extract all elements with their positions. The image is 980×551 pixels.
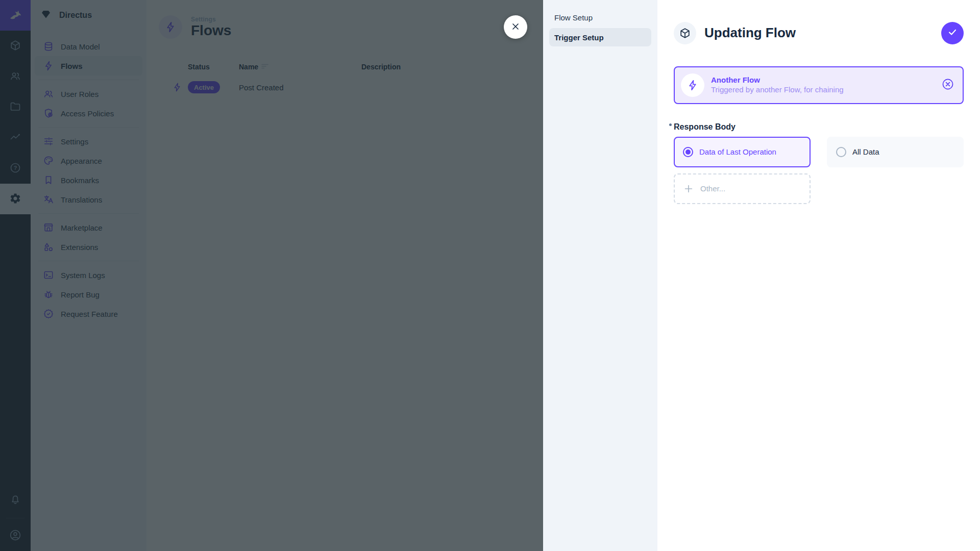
- drawer-nav-trigger-setup[interactable]: Trigger Setup: [549, 28, 651, 46]
- drawer-content: Updating Flow Another Flow: [657, 0, 980, 551]
- trigger-card-subtitle: Triggered by another Flow, for chaining: [711, 85, 935, 95]
- check-icon: [947, 27, 958, 39]
- drawer-header: Updating Flow: [674, 16, 964, 50]
- selected-trigger-card[interactable]: Another Flow Triggered by another Flow, …: [674, 66, 964, 104]
- drawer-nav: Flow Setup Trigger Setup: [543, 0, 657, 551]
- drawer-title: Updating Flow: [704, 25, 933, 41]
- choice-all-data[interactable]: All Data: [827, 137, 964, 167]
- choice-other[interactable]: Other...: [674, 173, 811, 204]
- bolt-icon: [681, 73, 704, 97]
- drawer-overlay[interactable]: [0, 0, 543, 551]
- trigger-setup-drawer: Flow Setup Trigger Setup Updating Flow: [543, 0, 980, 551]
- trigger-card-text: Another Flow Triggered by another Flow, …: [711, 76, 935, 95]
- other-label: Other...: [700, 184, 725, 193]
- confirm-button[interactable]: [941, 22, 964, 44]
- response-body-field: Response Body Data of Last Operation All…: [674, 122, 964, 204]
- box-icon: [674, 22, 696, 44]
- response-body-choices: Data of Last Operation All Data Other...: [674, 137, 964, 204]
- required-marker: [669, 123, 672, 126]
- clear-trigger-button[interactable]: [941, 78, 954, 92]
- cancel-circle-icon: [941, 78, 954, 92]
- app-window: ?: [0, 0, 980, 551]
- plus-icon: [683, 183, 694, 194]
- close-icon: [510, 21, 521, 33]
- trigger-card-title: Another Flow: [711, 76, 935, 85]
- field-label: Response Body: [674, 122, 736, 132]
- radio-checked-icon: [683, 147, 693, 157]
- drawer-nav-flow-setup[interactable]: Flow Setup: [549, 8, 651, 27]
- close-drawer-button[interactable]: [504, 15, 527, 39]
- choice-data-of-last-operation[interactable]: Data of Last Operation: [674, 137, 811, 167]
- radio-unchecked-icon: [836, 147, 846, 157]
